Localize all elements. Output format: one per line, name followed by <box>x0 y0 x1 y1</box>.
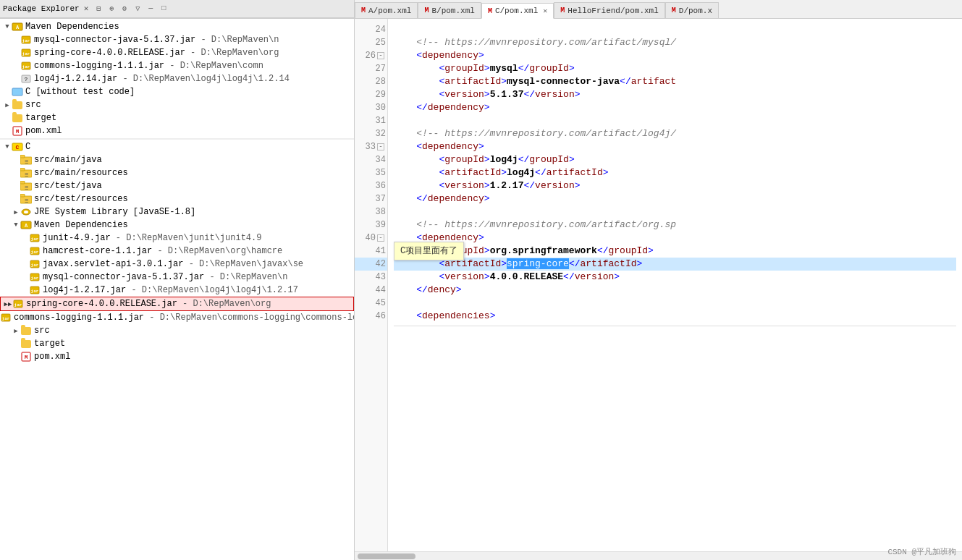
tree-item-label: hamcrest-core-1.1.jar - D:\RepMaven\org\… <box>43 246 282 256</box>
explorer-panel: A Maven Dependencies jar mysql-connector… <box>0 19 355 560</box>
jar-icon: jar <box>29 271 41 283</box>
editor-panel: 24 25 26 - 27 <box>355 19 962 560</box>
gutter-line: 37 <box>355 192 387 205</box>
tree-arrow[interactable] <box>3 101 12 109</box>
tree-item-label: C [without test code] <box>25 87 135 97</box>
svg-text:jar: jar <box>31 250 39 255</box>
list-item[interactable]: JRE System Library [JavaSE-1.8] <box>0 205 354 219</box>
explorer-btn-minimize[interactable]: — <box>145 3 156 14</box>
code-line-31 <box>394 114 956 127</box>
fold-button[interactable]: - <box>377 143 384 150</box>
list-item[interactable]: C C <box>0 140 354 153</box>
tab-a-icon: M <box>361 7 366 14</box>
list-item[interactable]: target <box>0 111 354 124</box>
line-number: 28 <box>368 75 386 88</box>
tab-d-icon: M <box>672 7 676 14</box>
code-text: <artifactId>log4j</artifactId> <box>394 166 609 179</box>
tree-arrow[interactable] <box>12 208 20 216</box>
explorer-btn-collapse[interactable]: ⊟ <box>93 3 104 14</box>
tab-c-pom[interactable]: M C/pom.xml ✕ <box>481 3 554 19</box>
svg-text:☰: ☰ <box>25 173 28 178</box>
list-item[interactable]: src <box>0 98 354 111</box>
horizontal-scrollbar[interactable] <box>355 551 962 560</box>
svg-text:jar: jar <box>31 263 39 268</box>
svg-rect-19 <box>20 168 25 171</box>
code-line-46: <dependencies> <box>394 310 956 323</box>
list-item[interactable]: jar log4j-1.2.17.jar - D:\RepMaven\log4j… <box>0 284 354 297</box>
code-line-27: <groupId>mysql</groupId> <box>394 62 956 75</box>
explorer-btn-settings[interactable]: ⚙ <box>119 3 130 14</box>
list-item[interactable]: ☰ src/test/resources <box>0 192 354 205</box>
gutter-line: 36 <box>355 179 387 192</box>
svg-rect-25 <box>20 194 25 197</box>
list-item[interactable]: jar mysql-connector-java-5.1.37.jar - D:… <box>0 33 354 46</box>
fold-button[interactable]: - <box>377 234 384 242</box>
list-item[interactable]: ▶ jar spring-core-4.0.0.RELEASE.jar - D:… <box>0 297 354 311</box>
tree-item-label: src <box>34 326 50 336</box>
list-item[interactable]: M pom.xml <box>0 124 354 137</box>
list-item[interactable]: jar mysql-connector-java-5.1.37.jar - D:… <box>0 271 354 284</box>
tab-c-close[interactable]: ✕ <box>543 7 547 15</box>
tab-a-pom[interactable]: M A/pom.xml <box>355 2 418 18</box>
svg-text:C: C <box>16 144 20 150</box>
svg-text:☰: ☰ <box>25 186 28 191</box>
list-item[interactable]: A Maven Dependencies <box>0 219 354 232</box>
code-editor[interactable]: <!-- https://mvnrepository.com/artifact/… <box>388 19 962 551</box>
list-item[interactable]: target <box>0 337 354 350</box>
list-item[interactable]: ☰ src/main/java <box>0 153 354 166</box>
code-line-26: <dependency> <box>394 49 956 62</box>
tree-arrow[interactable] <box>3 143 12 150</box>
gutter-line: 39 <box>355 219 387 232</box>
list-item[interactable]: jar commons-logging-1.1.1.jar - D:\RepMa… <box>0 311 354 324</box>
explorer-btn-maximize[interactable]: □ <box>158 3 169 14</box>
code-text: </dency> <box>394 284 462 297</box>
svg-rect-22 <box>20 181 25 184</box>
tab-a-label: A/pom.xml <box>368 7 411 15</box>
list-item[interactable]: A Maven Dependencies <box>0 20 354 33</box>
explorer-btn-link[interactable]: ⊕ <box>106 3 117 14</box>
list-item[interactable]: jar hamcrest-core-1.1.jar - D:\RepMaven\… <box>0 245 354 258</box>
svg-text:☰: ☰ <box>25 160 28 165</box>
list-item[interactable]: jar junit-4.9.jar - D:\RepMaven\junit\ju… <box>0 232 354 245</box>
gutter-line: 44 <box>355 284 387 297</box>
tree-view[interactable]: A Maven Dependencies jar mysql-connector… <box>0 19 354 560</box>
list-item[interactable]: jar spring-core-4.0.0.RELEASE.jar - D:\R… <box>0 46 354 59</box>
tab-b-icon: M <box>424 7 429 14</box>
explorer-btn-dropdown[interactable]: ▽ <box>132 3 143 14</box>
scrollbar-thumb[interactable] <box>358 553 415 559</box>
code-line-44: </dency> <box>394 284 956 297</box>
explorer-tab-close-x[interactable]: ✕ <box>84 4 89 13</box>
list-item[interactable]: M pom.xml <box>0 350 354 363</box>
list-item[interactable]: jar javax.servlet-api-3.0.1.jar - D:\Rep… <box>0 258 354 271</box>
tree-arrow[interactable] <box>12 327 20 335</box>
code-text: <!-- https://mvnrepository.com/artifact/… <box>394 219 676 232</box>
jar-icon: jar <box>20 47 32 59</box>
list-item[interactable]: jar commons-logging-1.1.1.jar - D:\RepMa… <box>0 59 354 72</box>
tree-arrow[interactable]: ▶ <box>4 300 12 308</box>
list-item[interactable]: ? log4j-1.2.14.jar - D:\RepMaven\log4j\l… <box>0 72 354 85</box>
tab-b-pom[interactable]: M B/pom.xml <box>418 2 481 18</box>
tab-b-label: B/pom.xml <box>431 7 474 15</box>
tab-d-pom[interactable]: M D/pom.x <box>665 2 719 18</box>
code-line-32: <!-- https://mvnrepository.com/artifact/… <box>394 127 956 140</box>
list-item[interactable]: ☰ src/main/resources <box>0 166 354 179</box>
code-line-25: <!-- https://mvnrepository.com/artifact/… <box>394 36 956 49</box>
svg-text:M: M <box>16 129 19 135</box>
list-item[interactable]: C [without test code] <box>0 85 354 98</box>
list-item[interactable]: src <box>0 324 354 337</box>
tree-arrow[interactable] <box>12 221 20 229</box>
tab-hellofriend-pom[interactable]: M HelloFriend/pom.xml <box>554 2 664 18</box>
tree-arrow[interactable] <box>3 23 12 30</box>
gutter-line: 30 <box>355 101 387 114</box>
code-line-38 <box>394 205 956 219</box>
svg-rect-10 <box>12 88 22 96</box>
tree-item-label: javax.servlet-api-3.0.1.jar - D:\RepMave… <box>43 259 303 269</box>
explorer-header: Package Explorer ✕ ⊟ ⊕ ⚙ ▽ — □ <box>0 0 355 18</box>
line-number: 25 <box>368 36 386 49</box>
line-number: 40 <box>358 232 376 245</box>
list-item[interactable]: ☰ src/test/java <box>0 179 354 192</box>
fold-button[interactable]: - <box>377 52 384 59</box>
src-folder-icon: ☰ <box>20 154 32 166</box>
tab-hf-label: HelloFriend/pom.xml <box>568 7 658 15</box>
line-number: 45 <box>368 297 386 310</box>
